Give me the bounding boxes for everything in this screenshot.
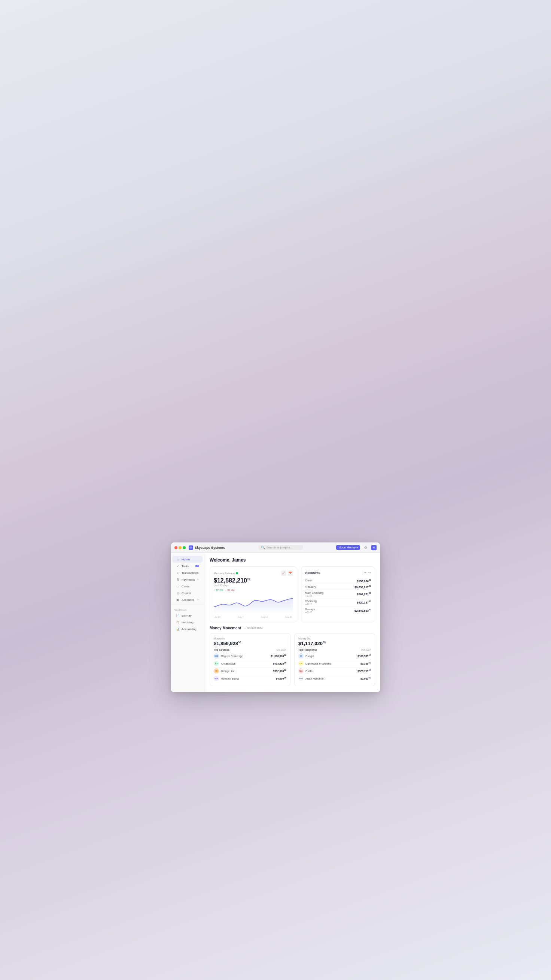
home-icon: ⌂ (176, 557, 179, 561)
recipient-avatar: LP (299, 661, 303, 666)
sidebar-label-transactions: Transactions (181, 571, 199, 575)
recipient-name: Gusto (305, 670, 356, 673)
account-name-group: Main Checking ••1766 (305, 591, 324, 597)
movement-row: Money In $1,859,92856 Top Sources Oct 20… (210, 633, 375, 686)
search-box[interactable]: 🔍 Search or jump to... (258, 545, 303, 550)
main-content: Welcome, James Mercury Balance 📈 📅 (204, 553, 380, 692)
source-avatar: MB (214, 676, 219, 681)
account-row-checking[interactable]: Checking ••4817 $420,18700 (305, 598, 371, 606)
recipient-amount: $2,95100 (360, 676, 371, 680)
recipient-amount: $180,99900 (357, 654, 371, 657)
account-name-group: Savings ••6347 (305, 608, 315, 614)
source-avatar: MB (214, 653, 219, 659)
page-title: Welcome, James (210, 557, 375, 563)
accounting-icon: 📊 (176, 627, 179, 631)
top-recipients-period: Oct 2024 (361, 649, 371, 651)
sidebar-label-tasks: Tasks (181, 565, 189, 568)
accounts-header: Accounts + ··· (305, 571, 371, 575)
source-row-orange[interactable]: OI Orange, Inc. $382,00000 (214, 668, 286, 675)
recipient-row-lighthouse[interactable]: LP Lighthouse Properties $5,35000 (299, 660, 371, 668)
accounts-chevron: ▾ (197, 598, 199, 601)
balance-card: Mercury Balance 📈 📅 $12,582,21027 Last 3… (210, 566, 297, 622)
sidebar-item-invoicing[interactable]: 📋 Invoicing (172, 619, 203, 625)
payments-icon: ⇅ (176, 578, 179, 581)
search-icon: 🔍 (261, 546, 265, 549)
sidebar-item-accounts[interactable]: ▣ Accounts ▾ (172, 597, 203, 603)
source-row-io[interactable]: IO IO cashback $473,92800 (214, 660, 286, 668)
search-area: 🔍 Search or jump to... (225, 545, 336, 550)
add-account-button[interactable]: + (364, 571, 367, 575)
balance-header: Mercury Balance 📈 📅 (214, 571, 293, 576)
money-out-card: Money Out $1,117,02028 Top Recipients Oc… (294, 633, 375, 686)
payments-chevron: ▾ (197, 578, 199, 581)
section-period: → October 2024 (243, 627, 262, 629)
sidebar-item-payments[interactable]: ⇅ Payments ▾ (172, 576, 203, 583)
title-bar: S Skyscape Systems 🔍 Search or jump to..… (171, 542, 380, 553)
sidebar-item-home[interactable]: ⌂ Home (172, 556, 203, 563)
money-in-amount: $1,859,92856 (214, 641, 286, 646)
minimize-dot[interactable] (179, 546, 181, 549)
sidebar-label-bill-pay: Bill Pay (181, 614, 192, 617)
accounts-title: Accounts (305, 571, 321, 575)
stat-up: ↑ $2.2M (214, 589, 223, 592)
balance-live-dot (236, 572, 238, 574)
cards-row: Mercury Balance 📈 📅 $12,582,21027 Last 3… (210, 566, 375, 622)
source-amount: $382,00000 (273, 669, 286, 673)
app-window: S Skyscape Systems 🔍 Search or jump to..… (171, 542, 380, 692)
sidebar-label-cards: Cards (181, 585, 189, 588)
source-row-milgram[interactable]: MB Milgram Brokerage $1,000,00000 (214, 652, 286, 660)
top-sources-period: Oct 2024 (276, 649, 286, 651)
recipient-row-google[interactable]: G Google $180,99900 (299, 652, 371, 660)
workflows-label: Workflows (171, 606, 204, 612)
sidebar-label-home: Home (181, 558, 190, 561)
move-money-button[interactable]: Move Money ▾ (336, 545, 360, 550)
sidebar-label-invoicing: Invoicing (181, 621, 194, 624)
sidebar-label-payments: Payments (181, 578, 195, 581)
invoicing-icon: 📋 (176, 620, 179, 624)
sidebar-label-accounting: Accounting (181, 627, 197, 631)
tasks-icon: ✓ (176, 564, 179, 568)
sidebar-label-accounts: Accounts (181, 598, 194, 601)
recipient-amount: $5,35000 (360, 662, 371, 665)
chart-toggle-icon[interactable]: 📈 (281, 571, 286, 576)
recipient-row-gusto[interactable]: Gu Gusto $928,71900 (299, 668, 371, 675)
source-row-monarch[interactable]: MB Monarch Books $4,00000 (214, 675, 286, 682)
recipient-avatar: Gu (299, 668, 303, 674)
sidebar-item-cards[interactable]: ▭ Cards (172, 583, 203, 590)
recipient-name: Aisan McMahon (305, 677, 359, 680)
grid-icon[interactable]: ⊞ (371, 545, 376, 550)
account-name-group: Credit (305, 579, 313, 582)
balance-amount: $12,582,21027 (214, 577, 293, 584)
accounts-more-button[interactable]: ··· (368, 571, 371, 575)
source-name: Orange, Inc. (221, 670, 271, 673)
sidebar-item-accounting[interactable]: 📊 Accounting (172, 625, 203, 632)
recipient-name: Lighthouse Properties (305, 662, 359, 665)
sidebar-label-capital: Capital (181, 592, 191, 595)
account-row-credit[interactable]: Credit $150,00000 (305, 578, 371, 584)
source-name: Monarch Books (221, 677, 274, 680)
sidebar-item-tasks[interactable]: ✓ Tasks 2 (172, 563, 203, 570)
source-avatar: OI (214, 668, 219, 674)
sidebar-item-bill-pay[interactable]: 📄 Bill Pay (172, 612, 203, 619)
settings-icon[interactable]: ⚙ (363, 545, 368, 550)
calendar-toggle-icon[interactable]: 📅 (288, 571, 293, 576)
sidebar-item-capital[interactable]: ◎ Capital (172, 590, 203, 597)
balance-stats: ↑ $2.2M ↓ $1.4M (214, 589, 293, 592)
app-name: Skyscape Systems (195, 546, 225, 550)
accounts-actions: + ··· (364, 571, 371, 575)
sidebar-item-transactions[interactable]: ≡ Transactions (172, 570, 203, 576)
account-row-savings[interactable]: Savings ••6347 $2,540,53300 (305, 606, 371, 614)
account-row-treasury[interactable]: Treasury $9,038,61700 (305, 584, 371, 590)
account-row-main-checking[interactable]: Main Checking ••1766 $563,27100 (305, 590, 371, 598)
sidebar: ⌂ Home ✓ Tasks 2 ≡ Transactions ⇅ Paymen… (171, 553, 204, 692)
source-avatar: IO (214, 661, 219, 666)
balance-chart (214, 594, 293, 614)
balance-label: Mercury Balance (214, 572, 238, 575)
tasks-badge: 2 (195, 565, 199, 567)
top-recipients-header: Top Recipients Oct 2024 (299, 649, 371, 651)
section-title: Money Movement (210, 626, 241, 630)
source-name: Milgram Brokerage (221, 655, 269, 657)
recipient-row-aisan[interactable]: AM Aisan McMahon $2,95100 (299, 675, 371, 682)
maximize-dot[interactable] (183, 546, 186, 549)
close-dot[interactable] (175, 546, 178, 549)
